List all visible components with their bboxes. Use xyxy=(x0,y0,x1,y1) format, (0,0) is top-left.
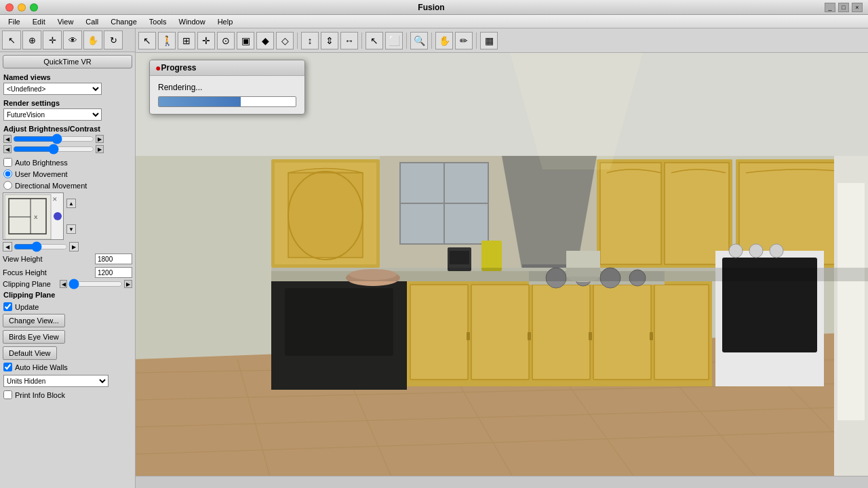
hand-tool[interactable]: ✋ xyxy=(435,32,453,49)
win-minimize-btn[interactable]: _ xyxy=(825,3,835,12)
menu-window[interactable]: Window xyxy=(174,16,211,27)
kitchen-scene: ● Progress Rendering... xyxy=(136,53,868,476)
plan-tool[interactable]: ⊞ xyxy=(178,32,195,49)
select-tool-btn[interactable]: ↖ xyxy=(2,30,21,49)
brightness-slider-row: ◀ ▶ xyxy=(3,134,132,144)
units-hidden-select[interactable]: Units Hidden xyxy=(3,375,108,387)
update-checkbox[interactable] xyxy=(3,302,12,311)
kitchen-render xyxy=(136,53,868,476)
user-movement-radio[interactable] xyxy=(3,169,12,178)
default-view-button[interactable]: Default View xyxy=(3,346,57,360)
vertical-nav-arrows: ▲ ▼ xyxy=(66,199,76,234)
nav-right-arrow[interactable]: ▶ xyxy=(69,242,79,251)
crosshair-tool[interactable]: ✛ xyxy=(197,32,215,49)
progress-dialog: ● Progress Rendering... xyxy=(149,60,305,115)
main-layout: ↖ ⊕ ✛ 👁 ✋ ↻ QuickTime VR Named views <Un… xyxy=(0,28,868,488)
progress-spinner: ● xyxy=(155,62,161,73)
minimize-button[interactable] xyxy=(18,3,26,12)
quicktime-vr-button[interactable]: QuickTime VR xyxy=(3,55,132,68)
svg-rect-54 xyxy=(471,285,529,380)
brightness-slider[interactable] xyxy=(13,134,94,144)
menu-edit[interactable]: Edit xyxy=(27,16,51,27)
named-views-select[interactable]: <Undefined> xyxy=(3,83,102,95)
arrow-tool[interactable]: ↕ xyxy=(301,32,319,49)
pencil-tool[interactable]: ✏ xyxy=(455,32,473,49)
named-views-label: Named views xyxy=(3,73,132,81)
maximize-button[interactable] xyxy=(30,3,38,12)
contrast-right-arrow[interactable]: ▶ xyxy=(96,145,104,153)
directional-movement-row: Directional Movement xyxy=(3,181,132,190)
birds-eye-button[interactable]: Birds Eye View xyxy=(3,330,65,344)
svg-rect-59 xyxy=(528,332,531,340)
viewport[interactable]: ● Progress Rendering... xyxy=(136,53,868,476)
focus-height-input[interactable] xyxy=(95,267,132,278)
svg-rect-80 xyxy=(837,183,865,420)
menu-view[interactable]: View xyxy=(52,16,79,27)
svg-rect-57 xyxy=(654,285,709,380)
units-hidden-section: Units Hidden xyxy=(0,373,135,389)
toolbar-sep-5 xyxy=(476,33,477,49)
view-height-input[interactable] xyxy=(95,253,132,264)
progress-titlebar: ● Progress xyxy=(150,60,304,76)
user-movement-row: User Movement xyxy=(3,169,132,178)
eye-tool-btn[interactable]: 👁 xyxy=(63,30,82,49)
render-settings-select[interactable]: FutureVision xyxy=(3,108,102,121)
view-height-label: View Height xyxy=(3,255,57,263)
print-info-block-checkbox[interactable] xyxy=(3,390,12,399)
nav-left-arrow[interactable]: ◀ xyxy=(3,242,12,251)
box-tool[interactable]: ⬜ xyxy=(385,32,403,49)
win-restore-btn[interactable]: □ xyxy=(838,3,849,12)
grid-tool[interactable]: ▦ xyxy=(480,32,498,49)
cube-tool[interactable]: ▣ xyxy=(237,32,254,49)
menu-file[interactable]: File xyxy=(3,16,26,27)
brightness-section: Adjust Brightness/Contrast ◀ ▶ ◀ ▶ xyxy=(0,123,135,157)
pan-tool-btn[interactable]: ✋ xyxy=(83,30,102,49)
zoom-tool[interactable]: 🔍 xyxy=(410,32,428,49)
rotate-tool-btn[interactable]: ↻ xyxy=(104,30,123,49)
expand-tool[interactable]: ↔ xyxy=(340,32,358,49)
contrast-slider[interactable] xyxy=(13,144,94,154)
stretch-tool[interactable]: ⇕ xyxy=(321,32,338,49)
clipping-slider[interactable] xyxy=(68,280,123,288)
target-tool[interactable]: ⊙ xyxy=(217,32,235,49)
change-view-button[interactable]: Change View... xyxy=(3,314,65,327)
nav-down-arrow[interactable]: ▼ xyxy=(66,224,76,234)
compass-dot xyxy=(54,212,62,220)
view-height-row: View Height xyxy=(3,253,132,264)
win-close-btn[interactable]: × xyxy=(852,3,863,12)
svg-rect-53 xyxy=(410,285,468,380)
right-area: ↖ 🚶 ⊞ ✛ ⊙ ▣ ◆ ◇ ↕ ⇕ ↔ ↖ ⬜ 🔍 ✋ ✏ ▦ xyxy=(136,28,868,488)
auto-hide-walls-checkbox[interactable] xyxy=(3,363,12,371)
auto-brightness-row: Auto Brightness xyxy=(3,158,132,167)
brightness-right-arrow[interactable]: ▶ xyxy=(96,135,104,143)
walk-tool[interactable]: 🚶 xyxy=(158,32,176,49)
clipping-left-arrow[interactable]: ◀ xyxy=(60,280,68,288)
diamond-tool[interactable]: ◆ xyxy=(256,32,274,49)
close-button[interactable] xyxy=(5,3,14,12)
svg-point-65 xyxy=(749,244,763,258)
orbit-tool-btn[interactable]: ⊕ xyxy=(22,30,41,49)
top-toolbar: ↖ 🚶 ⊞ ✛ ⊙ ▣ ◆ ◇ ↕ ⇕ ↔ ↖ ⬜ 🔍 ✋ ✏ ▦ xyxy=(136,28,868,53)
contrast-left-arrow[interactable]: ◀ xyxy=(3,145,12,153)
diamond2-tool[interactable]: ◇ xyxy=(276,32,294,49)
auto-brightness-label: Auto Brightness xyxy=(15,159,68,167)
nav-horizontal-slider[interactable] xyxy=(14,243,68,251)
crosshair-tool-btn[interactable]: ✛ xyxy=(43,30,62,49)
menu-call[interactable]: Call xyxy=(80,16,104,27)
directional-movement-radio[interactable] xyxy=(3,181,12,190)
auto-hide-walls-row: Auto Hide Walls xyxy=(3,363,132,371)
clipping-right-arrow[interactable]: ▶ xyxy=(124,280,132,288)
select-tool[interactable]: ↖ xyxy=(138,32,156,49)
toolbar-sep-4 xyxy=(431,33,432,49)
cursor-tool[interactable]: ↖ xyxy=(366,32,383,49)
clipping-plane-row: Clipping Plane ◀ ▶ xyxy=(3,280,132,288)
svg-rect-61 xyxy=(650,332,653,340)
menu-tools[interactable]: Tools xyxy=(144,16,172,27)
compass-box[interactable]: X ✕ xyxy=(3,192,64,240)
clipping-plane-label: Clipping Plane xyxy=(3,280,58,288)
menu-help[interactable]: Help xyxy=(212,16,239,27)
nav-up-arrow[interactable]: ▲ xyxy=(66,199,76,208)
auto-brightness-checkbox[interactable] xyxy=(3,158,12,167)
menu-change[interactable]: Change xyxy=(105,16,142,27)
brightness-left-arrow[interactable]: ◀ xyxy=(3,135,12,143)
